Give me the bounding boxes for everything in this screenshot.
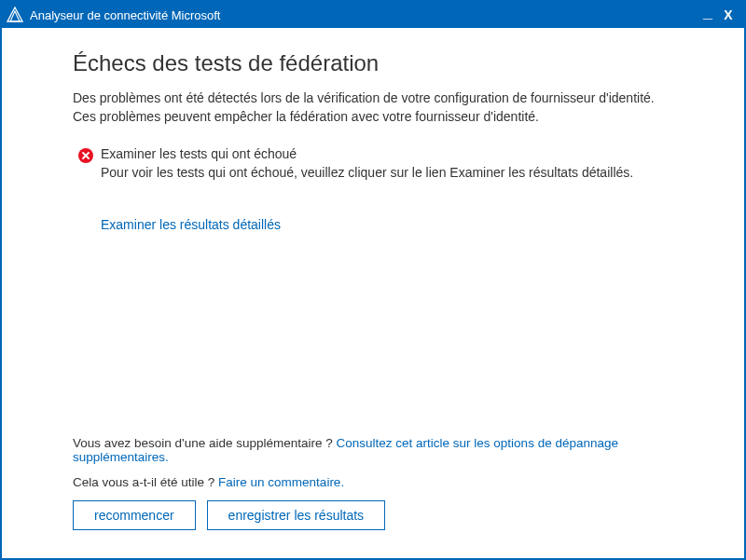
issue-row: Examiner les tests qui ont échoué Pour v… xyxy=(78,146,673,180)
error-icon xyxy=(78,148,93,163)
feedback-prompt: Cela vous a-t-il été utile ? xyxy=(73,475,218,489)
app-logo-icon xyxy=(6,6,24,24)
feedback-line: Cela vous a-t-il été utile ? Faire un co… xyxy=(73,475,673,489)
bottom-section: Vous avez besoin d'une aide supplémentai… xyxy=(73,436,673,530)
page-description: Des problèmes ont été détectés lors de l… xyxy=(73,89,673,126)
save-results-button[interactable]: enregistrer les résultats xyxy=(207,500,386,530)
feedback-link[interactable]: Faire un commentaire. xyxy=(218,475,344,489)
description-line-1: Des problèmes ont été détectés lors de l… xyxy=(73,89,673,108)
titlebar-title: Analyseur de connectivité Microsoft xyxy=(30,8,220,22)
content-area: Échecs des tests de fédération Des probl… xyxy=(2,28,744,558)
issue-subtitle: Pour voir les tests qui ont échoué, veui… xyxy=(101,165,633,180)
minimize-button[interactable]: _ xyxy=(698,7,718,17)
issue-texts: Examiner les tests qui ont échoué Pour v… xyxy=(101,146,633,180)
restart-button[interactable]: recommencer xyxy=(73,500,196,530)
description-line-2: Ces problèmes peuvent empêcher la fédéra… xyxy=(73,108,673,127)
titlebar: Analyseur de connectivité Microsoft _ X xyxy=(2,2,744,28)
help-prompt: Vous avez besoin d'une aide supplémentai… xyxy=(73,436,337,450)
help-line: Vous avez besoin d'une aide supplémentai… xyxy=(73,436,673,464)
button-row: recommencer enregistrer les résultats xyxy=(73,500,673,530)
issue-title: Examiner les tests qui ont échoué xyxy=(101,146,633,161)
app-window: Analyseur de connectivité Microsoft _ X … xyxy=(0,0,746,560)
close-button[interactable]: X xyxy=(718,7,739,22)
page-title: Échecs des tests de fédération xyxy=(73,50,673,76)
detailed-results-link[interactable]: Examiner les résultats détaillés xyxy=(101,217,673,232)
